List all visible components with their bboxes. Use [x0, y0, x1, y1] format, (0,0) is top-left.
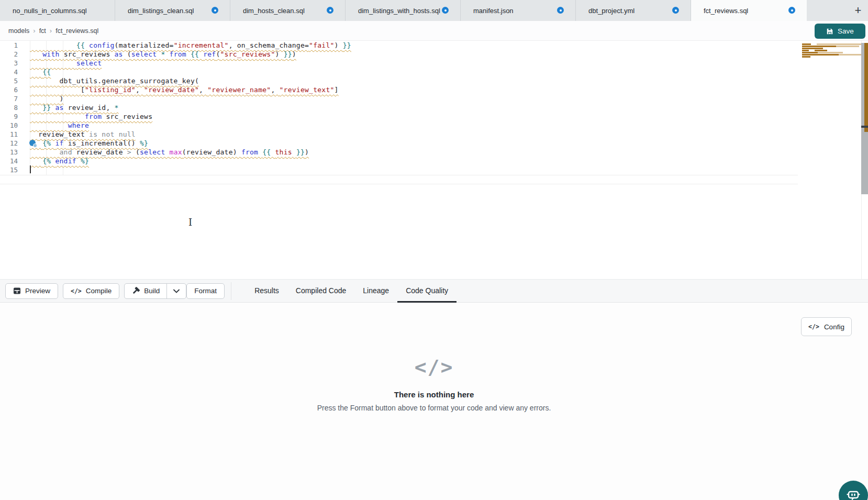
- code-line-1[interactable]: 1 {{ config(materialized="incremental", …: [0, 41, 796, 50]
- line-number: 10: [0, 121, 18, 130]
- code-text: from src_reviews: [30, 112, 152, 121]
- overview-ruler-warnings: [864, 43, 868, 132]
- minimap-mark: [802, 48, 823, 49]
- code-text: review_text is not null: [30, 130, 136, 139]
- robot-chat-icon: [845, 487, 861, 500]
- build-button[interactable]: Build: [125, 284, 166, 298]
- breadcrumb-item-models[interactable]: models: [8, 27, 29, 35]
- file-tab-label: dim_listings_clean.sql: [128, 7, 194, 15]
- code-line-15[interactable]: 15: [0, 165, 796, 174]
- file-tab-bar: no_nulls_in_columns.sqldim_listings_clea…: [0, 0, 868, 21]
- code-text: with src_reviews as (select * from {{ re…: [30, 50, 296, 59]
- compile-button[interactable]: </> Compile: [63, 283, 119, 299]
- code-icon: </>: [808, 323, 819, 330]
- line-number: 5: [0, 76, 18, 85]
- code-text: select: [30, 59, 102, 68]
- panel-tab-lineage[interactable]: Lineage: [354, 280, 397, 303]
- code-line-7[interactable]: 7 ): [0, 94, 796, 103]
- line-number: 9: [0, 112, 18, 121]
- line-number: 11: [0, 130, 18, 139]
- ide-window: no_nulls_in_columns.sqldim_listings_clea…: [0, 0, 868, 500]
- code-quality-panel: </> Config </> There is nothing here Pre…: [0, 303, 868, 500]
- file-tab-dim_listings_with_hosts.sql[interactable]: dim_listings_with_hosts.sql: [346, 0, 461, 21]
- file-tab-dim_listings_clean.sql[interactable]: dim_listings_clean.sql: [115, 0, 230, 21]
- file-tab-label: fct_reviews.sql: [704, 7, 748, 15]
- floppy-disk-icon: [826, 28, 833, 35]
- code-line-2[interactable]: 2 with src_reviews as (select * from {{ …: [0, 50, 796, 59]
- panel-tab-bar: ResultsCompiled CodeLineageCode Quality: [246, 279, 457, 303]
- breadcrumb-item-file: fct_reviews.sql: [55, 27, 98, 35]
- code-editor[interactable]: 1 {{ config(materialized="incremental", …: [0, 41, 868, 279]
- build-split-button: Build: [124, 283, 186, 299]
- chevron-right-icon: ›: [50, 27, 52, 35]
- build-button-label: Build: [144, 287, 160, 295]
- editor-toolbar: Preview </> Compile Build: [0, 279, 868, 303]
- code-line-11[interactable]: 11 review_text is not null: [0, 130, 796, 139]
- preview-button-label: Preview: [25, 287, 50, 295]
- code-text: dbt_utils.generate_surrogate_key(: [30, 76, 199, 85]
- code-text: {{: [30, 68, 51, 76]
- unsaved-changes-dot[interactable]: [212, 7, 218, 14]
- active-line-border: [0, 184, 798, 184]
- breadcrumb: models › fct › fct_reviews.sql: [8, 27, 98, 35]
- code-line-14[interactable]: 14 {% endif %}: [0, 157, 796, 165]
- active-line-border: [0, 175, 798, 175]
- code-line-6[interactable]: 6 ["listing_id", "review_date", "reviewe…: [0, 85, 796, 94]
- code-text: {{ config(materialized="incremental", on…: [30, 41, 351, 50]
- unsaved-changes-dot[interactable]: [788, 7, 795, 14]
- config-button-label: Config: [824, 323, 844, 331]
- table-icon: [13, 287, 21, 295]
- unsaved-changes-dot[interactable]: [557, 7, 564, 14]
- code-text: and review_date > (select max(review_dat…: [30, 148, 309, 157]
- code-line-4[interactable]: 4 {{: [0, 68, 796, 76]
- empty-state-subtitle: Press the Format button above to format …: [0, 404, 868, 412]
- compile-button-label: Compile: [86, 287, 112, 295]
- file-tab-dim_hosts_clean.sql[interactable]: dim_hosts_clean.sql: [230, 0, 346, 21]
- file-tab-label: dbt_project.yml: [588, 7, 635, 15]
- code-line-5[interactable]: 5 dbt_utils.generate_surrogate_key(: [0, 76, 796, 85]
- new-tab-button[interactable]: +: [850, 0, 866, 21]
- dbt-hint-icon[interactable]: [29, 140, 36, 146]
- breadcrumb-item-fct[interactable]: fct: [39, 27, 46, 35]
- preview-button[interactable]: Preview: [5, 283, 58, 299]
- file-tab-manifest.json[interactable]: manifest.json: [461, 0, 576, 21]
- file-tab-fct_reviews.sql[interactable]: fct_reviews.sql: [691, 0, 807, 21]
- file-tab-label: manifest.json: [473, 7, 514, 15]
- line-number: 6: [0, 85, 18, 94]
- minimap-mark: [836, 46, 859, 47]
- empty-state-title: There is nothing here: [0, 390, 868, 399]
- panel-tab-compiled-code[interactable]: Compiled Code: [287, 280, 355, 303]
- code-line-12[interactable]: 12 {% if is_incremental() %}: [0, 139, 796, 148]
- line-number: 12: [0, 139, 18, 148]
- code-line-13[interactable]: 13 and review_date > (select max(review_…: [0, 148, 796, 157]
- code-line-9[interactable]: 9 from src_reviews: [0, 112, 796, 121]
- panel-tab-code-quality[interactable]: Code Quality: [397, 280, 457, 303]
- unsaved-changes-dot[interactable]: [672, 7, 679, 14]
- minimap-mark: [818, 52, 843, 53]
- minimap-mark: [839, 54, 861, 55]
- code-text: where: [30, 121, 89, 130]
- file-tab-no_nulls_in_columns.sql[interactable]: no_nulls_in_columns.sql: [0, 0, 115, 21]
- file-header-bar: models › fct › fct_reviews.sql: [0, 21, 868, 41]
- minimap-mark: [802, 50, 809, 51]
- build-options-dropdown[interactable]: [166, 284, 186, 298]
- code-text: ): [30, 94, 64, 103]
- config-button[interactable]: </> Config: [801, 317, 852, 336]
- save-button[interactable]: Save: [815, 24, 865, 39]
- code-line-10[interactable]: 10 where: [0, 121, 796, 130]
- minimap-mark: [815, 50, 827, 51]
- format-button[interactable]: Format: [186, 283, 225, 299]
- code-line-8[interactable]: 8 }} as review_id, *: [0, 103, 796, 112]
- hammer-icon: [131, 287, 140, 295]
- chevron-down-icon: [173, 289, 180, 293]
- line-number: 14: [0, 157, 18, 165]
- file-tab-dbt_project.yml[interactable]: dbt_project.yml: [576, 0, 691, 21]
- code-line-3[interactable]: 3 select: [0, 59, 796, 68]
- unsaved-changes-dot[interactable]: [327, 7, 333, 14]
- toolbar-divider: [231, 282, 231, 300]
- overview-ruler-cursor-mark: [861, 126, 868, 128]
- code-text: }} as review_id, *: [30, 103, 119, 112]
- panel-tab-results[interactable]: Results: [246, 280, 287, 303]
- minimap-mark: [817, 43, 861, 45]
- unsaved-changes-dot[interactable]: [442, 7, 449, 14]
